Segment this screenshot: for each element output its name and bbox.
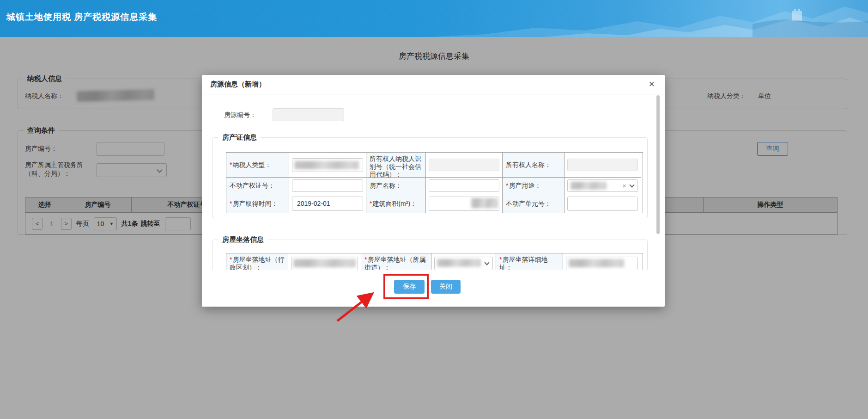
usage-label-cell: *房产用途： <box>503 178 565 194</box>
redacted-value <box>294 161 359 169</box>
owner-name-cell <box>565 153 641 178</box>
required-mark: * <box>506 182 508 189</box>
district-input[interactable] <box>291 257 358 270</box>
district-label-cell: *房屋坐落地址（行政区划）： <box>226 253 288 270</box>
house-name-input[interactable] <box>429 179 499 192</box>
app-title: 城镇土地使用税 房产税税源信息采集 <box>6 11 157 23</box>
acquire-date-cell: 2019-02-01 <box>289 194 366 213</box>
required-mark: * <box>370 200 372 207</box>
district-cell <box>288 253 361 270</box>
required-mark: * <box>499 256 502 263</box>
area-cell <box>426 194 503 213</box>
detail-addr-label-cell: *房屋坐落详细地址： <box>496 253 563 270</box>
application-window: 城镇土地使用税 房产税税源信息采集 房产税税源信息采集 纳税人信息 纳税人名称：… <box>0 0 868 419</box>
arrow-annotation <box>328 283 381 326</box>
house-no-label: 房源编号： <box>224 111 256 119</box>
taxpayer-type-input[interactable] <box>292 158 363 172</box>
modal-title: 房源信息（新增） <box>210 80 266 89</box>
house-name-cell <box>426 178 503 194</box>
great-wall-artwork <box>429 0 868 37</box>
usage-cell: × <box>565 178 641 194</box>
redacted-value <box>569 259 624 267</box>
area-input[interactable] <box>429 197 499 211</box>
redacted-value <box>471 198 498 208</box>
house-no-input[interactable] <box>273 108 344 121</box>
owner-name-input[interactable] <box>567 159 638 171</box>
house-name-label-cell: 房产名称： <box>366 178 426 194</box>
street-select[interactable] <box>434 257 493 270</box>
certificate-info-section: 房产证信息 *纳税人类型： 所有权人纳税人识别号（统一社会信用代码）： 所有权人… <box>212 137 648 218</box>
required-mark: * <box>230 161 232 168</box>
taxpayer-type-label-cell: *纳税人类型： <box>226 153 289 178</box>
cert-no-input[interactable] <box>292 179 363 192</box>
chevron-down-icon <box>484 260 489 265</box>
redacted-value <box>293 259 356 267</box>
usage-select[interactable]: × <box>567 179 638 192</box>
modal-body: 房源编号： 房产证信息 *纳税人类型： 所有权人纳税人识别号（统一社会信用代码）… <box>202 94 665 270</box>
cert-no-cell <box>289 178 366 194</box>
taxpayer-type-cell <box>289 153 366 178</box>
owner-name-label-cell: 所有权人名称： <box>503 153 565 178</box>
modal-scrollbar-thumb[interactable] <box>656 95 660 234</box>
owner-id-label-cell: 所有权人纳税人识别号（统一社会信用代码）： <box>366 153 426 178</box>
certificate-fields-table: *纳税人类型： 所有权人纳税人识别号（统一社会信用代码）： 所有权人名称： 不动… <box>226 152 643 213</box>
area-label-cell: *建筑面积(m²)： <box>366 194 426 213</box>
house-info-modal: 房源信息（新增） × 房源编号： 房产证信息 *纳税人类型： 所有权人纳税人识别… <box>202 75 665 307</box>
detail-addr-cell <box>563 253 641 270</box>
unit-no-input[interactable] <box>567 197 638 211</box>
close-icon[interactable]: × <box>649 78 655 90</box>
owner-id-input[interactable] <box>429 159 499 171</box>
unit-no-label-cell: 不动产单元号： <box>503 194 565 213</box>
certificate-section-legend: 房产证信息 <box>219 133 261 142</box>
location-section-legend: 房屋坐落信息 <box>219 235 267 244</box>
location-info-section: 房屋坐落信息 *房屋坐落地址（行政区划）： *房屋坐落地址（所属街道）： *房屋… <box>212 240 648 270</box>
detail-addr-input[interactable] <box>566 257 638 270</box>
owner-id-cell <box>426 153 503 178</box>
street-label-cell: *房屋坐落地址（所属街道）： <box>361 253 431 270</box>
street-cell <box>431 253 496 270</box>
required-mark: * <box>230 256 232 263</box>
acquire-date-input[interactable]: 2019-02-01 <box>292 197 363 211</box>
clear-icon[interactable]: × <box>622 182 626 190</box>
required-mark: * <box>364 256 367 263</box>
modal-header: 房源信息（新增） × <box>202 75 665 94</box>
required-mark: * <box>230 200 232 207</box>
chevron-down-icon <box>629 182 634 187</box>
location-fields-table: *房屋坐落地址（行政区划）： *房屋坐落地址（所属街道）： *房屋坐落详细地址： <box>226 253 643 270</box>
close-button[interactable]: 关闭 <box>431 280 461 294</box>
acquire-date-label-cell: *房产取得时间： <box>226 194 289 213</box>
unit-no-cell <box>565 194 641 213</box>
highlight-box-annotation <box>383 274 429 299</box>
redacted-value <box>437 259 481 267</box>
redacted-value <box>571 182 607 190</box>
app-header-bar: 城镇土地使用税 房产税税源信息采集 <box>0 0 868 37</box>
cert-no-label-cell: 不动产权证号： <box>226 178 289 194</box>
